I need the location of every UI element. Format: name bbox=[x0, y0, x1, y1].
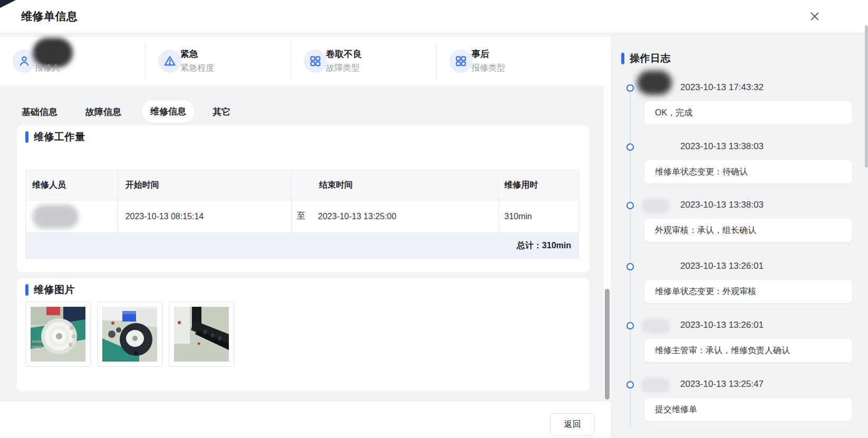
col-header-person: 维修人员 bbox=[26, 171, 118, 200]
timeline-dot-icon bbox=[626, 84, 634, 92]
section-title-operation-log: 操作日志 bbox=[621, 51, 671, 66]
section-accent-bar bbox=[25, 284, 28, 296]
log-timestamp: 2023-10-13 13:25:47 bbox=[680, 379, 764, 390]
modal-footer: 返回 bbox=[0, 401, 611, 438]
log-timestamp: 2023-10-13 13:38:03 bbox=[680, 141, 764, 152]
col-header-start: 开始时间 bbox=[118, 171, 292, 200]
photo-thumbnail-list bbox=[25, 301, 234, 367]
table-header-row: 维修人员 开始时间 结束时间 维修用时 bbox=[26, 171, 578, 200]
repair-workload-section: 维修工作量 维修人员 开始时间 结束时间 维修用时 2023-10-13 08:… bbox=[17, 125, 590, 272]
summary-card-fault-type: 卷取不良 故障类型 bbox=[291, 37, 436, 85]
log-message: 提交维修单 bbox=[644, 398, 852, 421]
total-label: 总计： bbox=[517, 240, 542, 251]
col-header-duration: 维修用时 bbox=[499, 171, 578, 200]
log-timestamp: 2023-10-13 13:26:01 bbox=[680, 261, 764, 271]
page-title: 维修单信息 bbox=[21, 9, 78, 24]
cell-person bbox=[26, 200, 118, 232]
page-scrollbar-thumb[interactable] bbox=[865, 25, 868, 168]
content-scrollbar-thumb[interactable] bbox=[605, 289, 610, 400]
summary-card-report-type: 事后 报修类型 bbox=[437, 37, 582, 85]
tab-basic-info[interactable]: 基础信息 bbox=[22, 106, 57, 118]
summary-card-value: 紧急 bbox=[180, 48, 198, 60]
table-row: 2023-10-13 08:15:14 至 2023-10-13 13:25:0… bbox=[26, 200, 578, 233]
redacted-person-name bbox=[32, 205, 79, 229]
log-entry: 2023-10-13 13:25:47 提交维修单 bbox=[621, 375, 864, 427]
log-message: 维修单状态变更：外观审核 bbox=[644, 280, 852, 303]
log-timestamp: 2023-10-13 13:26:01 bbox=[680, 320, 764, 330]
grid-icon bbox=[304, 50, 327, 73]
modal-header: 维修单信息 bbox=[0, 0, 868, 33]
summary-card-urgency: 紧急 紧急程度 bbox=[146, 37, 291, 85]
log-timestamp: 2023-10-13 17:43:32 bbox=[680, 82, 764, 93]
log-message: 维修单状态变更：待确认 bbox=[644, 160, 852, 183]
redacted-operator-name bbox=[641, 319, 670, 334]
machine-photo-thumbnail-2[interactable] bbox=[97, 301, 162, 367]
to-separator: 至 bbox=[297, 211, 305, 222]
summary-card-reporter: 报修人 bbox=[0, 37, 145, 85]
total-value: 310min bbox=[542, 241, 571, 250]
redacted-operator-name bbox=[637, 71, 672, 95]
redacted-operator-name bbox=[641, 199, 670, 213]
timeline-dot-icon bbox=[626, 381, 634, 388]
grid-icon bbox=[449, 50, 472, 73]
col-header-end: 结束时间 bbox=[292, 171, 499, 200]
end-time-value: 2023-10-13 13:25:00 bbox=[318, 212, 397, 221]
log-timestamp: 2023-10-13 13:38:03 bbox=[680, 200, 764, 210]
timeline-dot-icon bbox=[626, 143, 634, 151]
back-button[interactable]: 返回 bbox=[550, 413, 595, 435]
tab-fault-info[interactable]: 故障信息 bbox=[85, 106, 121, 118]
close-icon[interactable] bbox=[806, 7, 824, 25]
log-entry: 2023-10-13 13:26:01 维修主管审：承认，维修负责人确认 bbox=[621, 316, 864, 368]
cell-duration: 310min bbox=[499, 200, 578, 232]
tab-repair-info-active[interactable]: 维修信息 bbox=[141, 99, 195, 123]
machine-photo-thumbnail-3[interactable] bbox=[169, 301, 234, 367]
workload-table: 维修人员 开始时间 结束时间 维修用时 2023-10-13 08:15:14 … bbox=[25, 170, 579, 259]
summary-card-value: 卷取不良 bbox=[326, 48, 362, 60]
section-accent-bar bbox=[25, 131, 28, 143]
repair-order-modal: 维修单信息 报修人 紧急 紧急程度 卷取不良 故障类型 bbox=[0, 0, 868, 438]
cell-end-time: 至 2023-10-13 13:25:00 bbox=[292, 200, 499, 232]
section-accent-bar bbox=[621, 53, 624, 64]
repair-images-section: 维修图片 bbox=[17, 278, 590, 391]
log-entry: 2023-10-13 13:26:01 维修单状态变更：外观审核 bbox=[621, 257, 864, 309]
tab-other[interactable]: 其它 bbox=[213, 106, 230, 118]
tab-label: 维修信息 bbox=[150, 105, 186, 118]
timeline-dot-icon bbox=[626, 202, 634, 209]
summary-strip: 报修人 紧急 紧急程度 卷取不良 故障类型 事后 报修类型 bbox=[0, 37, 611, 85]
timeline-dot-icon bbox=[626, 322, 634, 329]
log-entry: 2023-10-13 13:38:03 维修单状态变更：待确认 bbox=[621, 137, 864, 190]
table-total-row: 总计： 310min bbox=[26, 233, 578, 258]
summary-card-label: 报修类型 bbox=[471, 63, 505, 74]
redacted-operator-name bbox=[641, 378, 670, 393]
log-message: 维修主管审：承认，维修负责人确认 bbox=[644, 339, 852, 362]
summary-card-label: 报修人 bbox=[35, 63, 60, 74]
summary-card-value: 事后 bbox=[471, 48, 489, 60]
summary-card-label: 紧急程度 bbox=[180, 63, 214, 74]
log-message: 外观审核：承认，组长确认 bbox=[644, 219, 852, 242]
summary-card-label: 故障类型 bbox=[326, 63, 360, 74]
section-title-images: 维修图片 bbox=[25, 283, 75, 297]
cell-start-time: 2023-10-13 08:15:14 bbox=[118, 200, 292, 232]
warning-icon bbox=[158, 50, 181, 73]
log-entry: 2023-10-13 17:43:32 OK，完成 bbox=[621, 78, 864, 131]
section-title-workload: 维修工作量 bbox=[25, 130, 85, 144]
machine-photo-thumbnail-1[interactable] bbox=[25, 301, 91, 367]
timeline-dot-icon bbox=[626, 263, 634, 270]
log-message: OK，完成 bbox=[644, 101, 852, 124]
log-entry: 2023-10-13 13:38:03 外观审核：承认，组长确认 bbox=[621, 196, 864, 248]
